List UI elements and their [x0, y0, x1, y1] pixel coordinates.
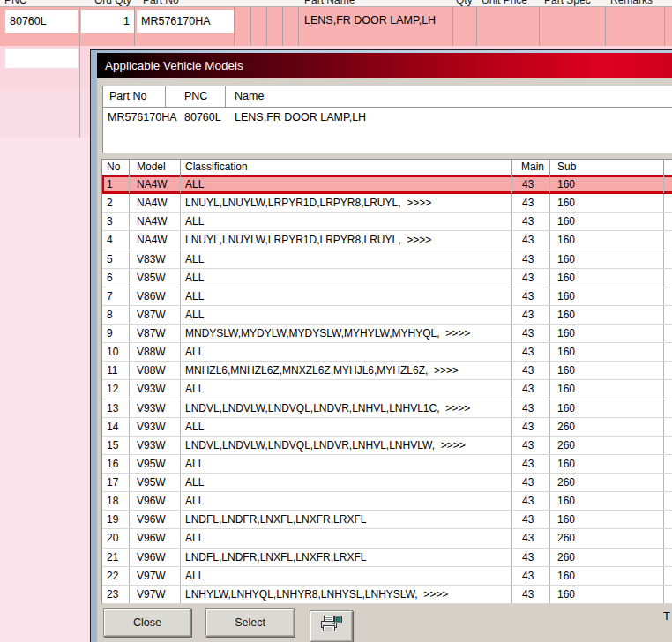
table-row[interactable]: 9V87WMNDYSLW,MYDYLW,MYDYSLW,MYHYLW,MYHYQ…	[102, 325, 672, 343]
table-row[interactable]: 22V97WALL43160	[102, 567, 672, 586]
table-cell	[664, 549, 672, 566]
table-cell: 15	[102, 437, 130, 454]
table-cell: V93W	[130, 380, 181, 398]
table-cell: 43	[512, 418, 550, 436]
table-row[interactable]: 8V87WALL43160	[102, 306, 672, 325]
printer-icon	[319, 615, 343, 638]
table-row[interactable]: 11V88WMNHZL6,MNHZL6Z,MNXZL6Z,MYHJL6,MYHZ…	[102, 362, 672, 380]
table-cell	[664, 175, 672, 193]
table-row[interactable]: 2NA4WLNUYL,LNUYLW,LRPYR1D,LRPYR8,LRUYL, …	[102, 194, 672, 213]
table-cell: V83W	[130, 250, 181, 268]
table-row[interactable]: 20V96WALL43260	[102, 529, 672, 548]
table-row[interactable]: 7V86WALL43160	[102, 287, 672, 306]
table-cell: 7	[102, 287, 130, 305]
table-cell: V93W	[130, 399, 181, 417]
table-cell: V87W	[130, 325, 181, 342]
table-cell: 21	[102, 549, 130, 566]
table-cell: 160	[550, 586, 664, 603]
dialog-title-bar[interactable]: Applicable Vehicle Models	[97, 53, 672, 78]
table-row[interactable]: 18V96WALL43160	[102, 492, 672, 511]
table-cell: LNDVL,LNDVLW,LNDVQL,LNDVR,LNHVL,LNHVL1C,…	[181, 399, 512, 417]
close-button[interactable]: Close	[103, 608, 191, 637]
table-cell: V96W	[130, 492, 181, 510]
table-cell: 12	[102, 380, 130, 398]
table-row[interactable]: 1NA4WALL43160	[102, 175, 672, 194]
table-row[interactable]: 13V93WLNDVL,LNDVLW,LNDVQL,LNDVR,LNHVL,LN…	[102, 399, 672, 418]
table-cell: 43	[512, 492, 550, 510]
part-no-input[interactable]: MR576170HA	[137, 10, 234, 33]
table-cell	[664, 362, 672, 379]
table-cell: 160	[550, 175, 664, 193]
table-cell: 160	[550, 455, 664, 473]
table-cell: 20	[102, 529, 130, 547]
pnc-input[interactable]: 80760L	[5, 10, 78, 33]
table-cell: NA4W	[130, 231, 181, 249]
table-row[interactable]: 5V83WALL43160	[102, 250, 672, 269]
table-cell: 43	[512, 175, 550, 193]
table-cell: 14	[102, 418, 130, 436]
pnc-value: 80760L	[184, 111, 221, 123]
table-cell: 43	[512, 362, 550, 379]
bg-column-header: Part No	[143, 0, 179, 6]
table-cell: NA4W	[130, 194, 181, 212]
ord-qty-input[interactable]: 1	[81, 10, 134, 33]
table-cell: 160	[550, 511, 664, 528]
table-cell: 160	[550, 343, 664, 361]
table-cell: 19	[102, 511, 130, 528]
truncated-text: T	[663, 609, 670, 623]
table-cell	[664, 399, 672, 417]
table-row[interactable]: 17V95WALL43260	[102, 474, 672, 492]
table-row[interactable]: 21V96WLNDFL,LNDFR,LNXFL,LNXFR,LRXFL43260	[102, 549, 672, 567]
table-cell: ALL	[181, 213, 512, 230]
table-cell: 43	[512, 586, 550, 603]
table-row[interactable]: 10V88WALL43160	[102, 343, 672, 362]
table-cell: 13	[102, 399, 130, 417]
table-row[interactable]: 19V96WLNDFL,LNDFR,LNXFL,LNXFR,LRXFL43160	[102, 511, 672, 529]
table-cell: V86W	[130, 287, 181, 305]
part-info-panel: Part No PNC Name MR576170HA 80760L LENS,…	[102, 86, 672, 153]
table-cell: 43	[512, 306, 550, 324]
print-button[interactable]	[310, 610, 353, 642]
table-row[interactable]: 14V93WALL43260	[102, 418, 672, 437]
table-cell: ALL	[181, 474, 512, 491]
table-cell	[664, 474, 672, 491]
table-cell: V85W	[130, 269, 181, 287]
table-cell: V87W	[130, 306, 181, 324]
table-cell: ALL	[181, 455, 512, 473]
table-cell: LNUYL,LNUYLW,LRPYR1D,LRPYR8,LRUYL, >>>>	[181, 194, 512, 212]
table-cell: 10	[102, 343, 130, 361]
table-cell: ALL	[181, 529, 512, 547]
table-row[interactable]: 12V93WALL43160	[102, 380, 672, 399]
table-cell: 9	[102, 325, 130, 342]
table-cell: V95W	[130, 474, 181, 491]
table-cell: 22	[102, 567, 130, 585]
table-cell: 43	[512, 231, 550, 249]
table-cell: 160	[550, 380, 664, 398]
part-name-text: LENS,FR DOOR LAMP,LH	[304, 14, 436, 26]
table-cell: ALL	[181, 380, 512, 398]
table-row[interactable]: 23V97WLNHYLW,LNHYQL,LNHYR8,LNHYSL,LNHYSL…	[102, 586, 672, 604]
pnc-input-empty[interactable]	[5, 49, 78, 68]
column-header-no: No	[102, 160, 130, 175]
table-cell: 160	[550, 492, 664, 510]
table-cell: ALL	[181, 418, 512, 436]
table-cell: 43	[512, 287, 550, 305]
table-cell: 23	[102, 586, 130, 603]
table-cell: 43	[512, 567, 550, 585]
table-row[interactable]: 16V95WALL43160	[102, 455, 672, 474]
part-no-header: Part No	[109, 90, 146, 102]
table-cell: 160	[550, 287, 664, 305]
select-button[interactable]: Select	[205, 608, 295, 637]
table-row[interactable]: 6V85WALL43160	[102, 269, 672, 287]
table-row[interactable]: 15V93WLNDVL,LNDVLW,LNDVQL,LNDVR,LNHVL,LN…	[102, 437, 672, 455]
name-value: LENS,FR DOOR LAMP,LH	[235, 111, 366, 123]
table-cell: 260	[550, 529, 664, 547]
table-cell	[664, 529, 672, 547]
table-cell: 260	[550, 418, 664, 436]
table-row[interactable]: 3NA4WALL43160	[102, 213, 672, 231]
table-cell	[664, 213, 672, 230]
table-row[interactable]: 4NA4WLNUYL,LNUYLW,LRPYR1D,LRPYR8,LRUYL, …	[102, 231, 672, 250]
table-cell: 4	[102, 231, 130, 249]
table-cell: 160	[550, 231, 664, 249]
table-cell: 43	[512, 213, 550, 230]
